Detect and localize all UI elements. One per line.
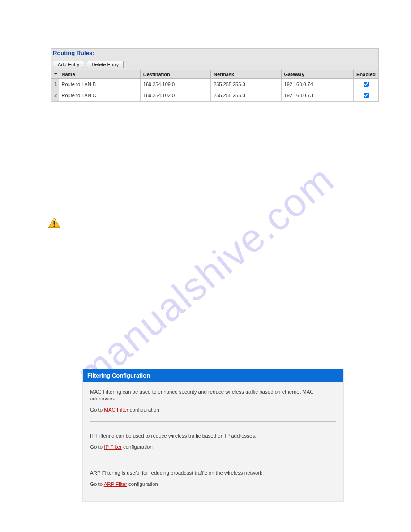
ip-prefix: Go to bbox=[90, 444, 104, 450]
col-idx: # bbox=[51, 70, 59, 79]
table-row[interactable]: 1 Route to LAN B 169.254.109.0 255.255.2… bbox=[51, 79, 378, 90]
row-idx: 2 bbox=[51, 90, 59, 101]
warning-row bbox=[48, 217, 60, 229]
routing-rules-title: Routing Rules: bbox=[51, 49, 97, 61]
col-name: Name bbox=[59, 70, 140, 79]
enabled-checkbox[interactable] bbox=[364, 82, 369, 87]
row-dest: 169.254.109.0 bbox=[140, 79, 210, 90]
row-name: Route to LAN C bbox=[59, 90, 140, 101]
table-header-row: # Name Destination Netmask Gateway Enabl… bbox=[51, 70, 378, 79]
enabled-checkbox[interactable] bbox=[364, 93, 369, 98]
watermark-text: manualshive.com bbox=[68, 156, 342, 397]
divider bbox=[90, 459, 336, 459]
arp-filter-link[interactable]: ARP Filter bbox=[104, 481, 127, 487]
arp-suffix: configuration bbox=[127, 481, 158, 487]
table-row[interactable]: 2 Route to LAN C 169.254.102.0 255.255.2… bbox=[51, 90, 378, 101]
row-gw: 192.168.0.73 bbox=[281, 90, 354, 101]
row-gw: 192.168.0.74 bbox=[281, 79, 354, 90]
row-mask: 255.255.255.0 bbox=[211, 90, 281, 101]
ip-filter-link-line: Go to IP Filter configuration bbox=[90, 444, 336, 450]
svg-rect-0 bbox=[54, 221, 55, 225]
add-entry-button[interactable]: Add Entry bbox=[53, 61, 84, 68]
arp-filter-desc: ARP Filtering is useful for reducing bro… bbox=[90, 470, 336, 476]
row-dest: 169.254.102.0 bbox=[140, 90, 210, 101]
row-idx: 1 bbox=[51, 79, 59, 90]
routing-table: # Name Destination Netmask Gateway Enabl… bbox=[51, 70, 378, 101]
mac-suffix: configuration bbox=[128, 407, 159, 412]
arp-prefix: Go to bbox=[90, 481, 104, 487]
mac-filter-link[interactable]: MAC Filter bbox=[104, 407, 128, 412]
mac-filter-section: MAC Filtering can be used to enhance sec… bbox=[90, 389, 336, 422]
ip-filter-link[interactable]: IP Filter bbox=[104, 444, 121, 450]
filtering-header: Filtering Configuration bbox=[83, 369, 343, 382]
svg-point-1 bbox=[53, 225, 55, 227]
row-enabled-cell bbox=[354, 90, 378, 101]
row-name: Route to LAN B bbox=[59, 79, 140, 90]
arp-filter-link-line: Go to ARP Filter configuration bbox=[90, 481, 336, 488]
mac-filter-link-line: Go to MAC Filter configuration bbox=[90, 407, 336, 413]
mac-filter-desc: MAC Filtering can be used to enhance sec… bbox=[90, 389, 336, 402]
col-mask: Netmask bbox=[211, 70, 281, 79]
col-dest: Destination bbox=[140, 70, 210, 79]
routing-rules-panel: Routing Rules: Add Entry Delete Entry # … bbox=[51, 48, 379, 102]
col-enabled: Enabled bbox=[354, 70, 378, 79]
col-gw: Gateway bbox=[281, 70, 354, 79]
ip-filter-section: IP Filtering can be used to reduce wirel… bbox=[90, 433, 336, 459]
filtering-config-panel: Filtering Configuration MAC Filtering ca… bbox=[82, 369, 344, 502]
arp-filter-section: ARP Filtering is useful for reducing bro… bbox=[90, 470, 336, 488]
warning-icon bbox=[48, 217, 60, 229]
row-mask: 255.255.255.0 bbox=[211, 79, 281, 90]
routing-button-row: Add Entry Delete Entry bbox=[51, 61, 378, 70]
filtering-body: MAC Filtering can be used to enhance sec… bbox=[83, 382, 343, 501]
ip-filter-desc: IP Filtering can be used to reduce wirel… bbox=[90, 433, 336, 439]
delete-entry-button[interactable]: Delete Entry bbox=[87, 61, 124, 68]
divider bbox=[90, 421, 336, 422]
row-enabled-cell bbox=[354, 79, 378, 90]
ip-suffix: configuration bbox=[122, 444, 153, 450]
mac-prefix: Go to bbox=[90, 407, 104, 412]
